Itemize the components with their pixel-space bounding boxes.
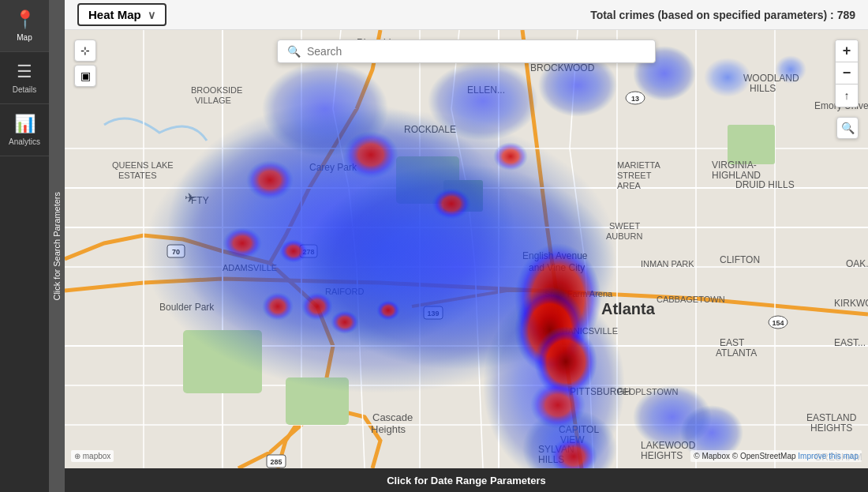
search-parameters-panel[interactable]: Click for Search Parameters — [49, 0, 65, 492]
map-mini-controls: ⊹ ▣ — [74, 39, 96, 87]
map-zoom-controls: + − ↑ — [835, 39, 859, 107]
svg-text:English Avenue: English Avenue — [522, 250, 588, 261]
heat-map-selector[interactable]: Heat Map ∨ — [77, 3, 166, 26]
svg-text:VIEW: VIEW — [560, 434, 585, 445]
svg-text:BROCKWOOD: BROCKWOOD — [530, 62, 595, 73]
svg-text:ROCKDALE: ROCKDALE — [404, 124, 456, 135]
search-icon: 🔍 — [287, 45, 301, 58]
svg-text:ADAMSVILLE: ADAMSVILLE — [223, 263, 277, 272]
sidebar-item-analytics[interactable]: 📊 Analytics — [0, 104, 49, 156]
mapbox-logo: ⊕ mapbox — [71, 450, 114, 462]
svg-text:EAST...: EAST... — [834, 337, 866, 348]
map-search-button[interactable]: 🔍 — [836, 117, 859, 139]
search-input[interactable] — [307, 45, 645, 58]
sidebar-item-map[interactable]: 📍 Map — [0, 0, 49, 52]
search-bar: 🔍 — [277, 39, 656, 63]
svg-text:RAIFORD: RAIFORD — [325, 287, 365, 296]
zoom-out-button[interactable]: − — [836, 62, 858, 85]
svg-text:70: 70 — [172, 248, 180, 256]
svg-text:State Farm Arena: State Farm Arena — [544, 289, 613, 299]
svg-rect-0 — [65, 30, 868, 468]
svg-text:DRUID HILLS: DRUID HILLS — [735, 179, 795, 190]
svg-text:QUEENS LAKE: QUEENS LAKE — [112, 160, 174, 170]
svg-text:and Vine City: and Vine City — [529, 262, 585, 273]
cursor-tool-button[interactable]: ⊹ — [74, 39, 96, 62]
content-area: Heat Map ∨ Total crimes (based on specif… — [65, 0, 868, 492]
svg-text:PEOPLSTOWN: PEOPLSTOWN — [617, 387, 678, 396]
svg-text:SYLVAN: SYLVAN — [538, 444, 574, 455]
svg-text:STREET: STREET — [617, 171, 652, 180]
attribution-text: © Mapbox © OpenStreetMap — [694, 452, 798, 460]
svg-text:HILLS: HILLS — [538, 454, 564, 465]
map-container[interactable]: BROOKSIDE VILLAGE Carey Park QUEENS LAKE… — [65, 30, 868, 468]
svg-rect-20 — [728, 125, 775, 164]
heat-map-label: Heat Map — [88, 8, 141, 21]
svg-text:EASTLAND: EASTLAND — [806, 412, 857, 423]
svg-rect-17 — [443, 180, 483, 212]
svg-text:✈: ✈ — [185, 191, 195, 205]
analytics-icon: 📊 — [14, 114, 36, 134]
svg-text:HIGHLAND: HIGHLAND — [712, 170, 761, 181]
svg-text:Cascade: Cascade — [372, 411, 413, 423]
sidebar: 📍 Map ☰ Details 📊 Analytics — [0, 0, 49, 492]
compass-button[interactable]: ↑ — [836, 85, 858, 107]
sidebar-label-details: Details — [13, 85, 37, 94]
svg-text:MARIETTA: MARIETTA — [617, 160, 660, 170]
svg-text:Heights: Heights — [371, 423, 406, 435]
svg-text:ATLANTA: ATLANTA — [716, 347, 757, 359]
svg-text:139: 139 — [427, 310, 439, 317]
side-panel-label: Click for Search Parameters — [52, 192, 62, 301]
svg-text:EAST: EAST — [720, 337, 745, 348]
svg-text:278: 278 — [302, 248, 314, 256]
svg-text:INMAN PARK: INMAN PARK — [641, 259, 694, 269]
svg-text:Boulder Park: Boulder Park — [159, 302, 215, 313]
svg-text:HEIGHTS: HEIGHTS — [810, 423, 852, 434]
svg-text:KIRKWOOD: KIRKWOOD — [834, 298, 868, 309]
map-watermark: ⊕ mapbox — [71, 450, 114, 462]
svg-text:LAKEWOOD: LAKEWOOD — [641, 440, 696, 451]
main-container: 📍 Map ☰ Details 📊 Analytics Click for Se… — [0, 0, 868, 492]
svg-text:AUBURN: AUBURN — [606, 231, 643, 241]
svg-text:Atlanta: Atlanta — [601, 300, 656, 317]
svg-text:CLIFTON: CLIFTON — [720, 254, 760, 265]
map-background: BROOKSIDE VILLAGE Carey Park QUEENS LAKE… — [65, 30, 868, 468]
details-icon: ☰ — [17, 62, 32, 82]
sidebar-label-analytics: Analytics — [9, 137, 40, 146]
svg-text:VILLAGE: VILLAGE — [195, 96, 231, 105]
svg-text:HILLS: HILLS — [750, 83, 776, 94]
total-crimes-label: Total crimes (based on specified paramet… — [590, 9, 837, 21]
total-crimes-display: Total crimes (based on specified paramet… — [590, 9, 855, 21]
svg-text:154: 154 — [772, 319, 784, 327]
bottom-bar-label: Click for Date Range Parameters — [387, 475, 546, 486]
sidebar-label-map: Map — [17, 33, 32, 42]
svg-rect-19 — [286, 377, 349, 425]
total-crimes-value: 789 — [837, 9, 855, 21]
top-bar: Heat Map ∨ Total crimes (based on specif… — [65, 0, 868, 30]
svg-text:VIRGINIA-: VIRGINIA- — [712, 160, 757, 171]
svg-rect-18 — [183, 330, 262, 393]
svg-text:BROOKSIDE: BROOKSIDE — [191, 85, 242, 95]
svg-text:ELLEN...: ELLEN... — [467, 85, 505, 96]
svg-text:WOODLAND: WOODLAND — [743, 73, 799, 84]
bottom-bar[interactable]: Click for Date Range Parameters — [65, 468, 868, 492]
svg-text:CAPITOL: CAPITOL — [559, 424, 599, 435]
svg-text:285: 285 — [270, 458, 282, 466]
sidebar-item-details[interactable]: ☰ Details — [0, 52, 49, 104]
svg-text:ESTATES: ESTATES — [118, 171, 157, 180]
svg-text:MECHANICSVILLE: MECHANICSVILLE — [542, 326, 618, 336]
svg-text:13: 13 — [631, 95, 639, 103]
svg-text:HEIGHTS: HEIGHTS — [641, 450, 683, 461]
improve-map-link[interactable]: Improve this map — [798, 452, 859, 460]
map-attribution: © Mapbox © OpenStreetMap Improve this ma… — [690, 450, 862, 462]
svg-text:CABBAGETOWN: CABBAGETOWN — [657, 295, 725, 304]
zoom-in-button[interactable]: + — [836, 40, 858, 62]
select-tool-button[interactable]: ▣ — [74, 65, 96, 87]
svg-text:Carey Park: Carey Park — [309, 162, 357, 173]
svg-text:SWEET: SWEET — [609, 221, 640, 231]
dropdown-arrow-icon: ∨ — [148, 9, 155, 21]
svg-text:OAK...: OAK... — [846, 258, 868, 269]
map-icon: 📍 — [14, 9, 36, 30]
svg-text:AREA: AREA — [617, 181, 642, 190]
